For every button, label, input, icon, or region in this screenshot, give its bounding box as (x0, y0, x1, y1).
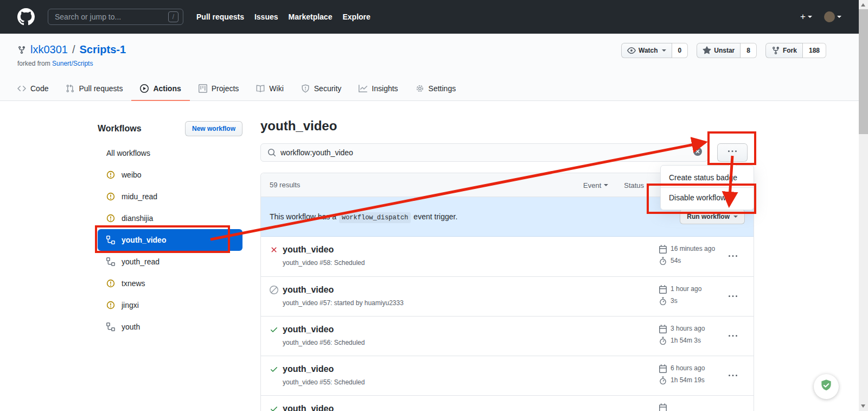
tab-actions[interactable]: Actions (131, 77, 189, 101)
star-icon (703, 46, 711, 55)
filter-event[interactable]: Event (583, 181, 608, 189)
sidebar-item-youth-video[interactable]: youth_video (98, 229, 242, 251)
caret-down-icon (837, 16, 841, 18)
stopwatch-icon (659, 376, 667, 385)
unstar-count[interactable]: 8 (741, 43, 757, 58)
sidebar-item-txnews[interactable]: txnews (98, 273, 242, 294)
fork-note-prefix: forked from (17, 60, 50, 67)
sidebar-item-midu-read[interactable]: midu_read (98, 186, 242, 207)
repo-name-link[interactable]: Scripts-1 (80, 43, 126, 56)
watch-count[interactable]: 0 (672, 43, 688, 58)
sidebar-item-all-workflows[interactable]: All workflows (98, 142, 242, 164)
tab-label: Insights (372, 84, 398, 93)
sidebar-item-youth-read[interactable]: youth_read (98, 251, 242, 273)
repo-owner-link[interactable]: lxk0301 (30, 43, 68, 56)
run-options-button[interactable] (729, 332, 737, 343)
caret-down-icon (604, 184, 608, 186)
workflow-options-button[interactable] (717, 143, 748, 162)
sidebar-item-weibo[interactable]: weibo (98, 164, 242, 186)
github-logo-icon[interactable] (17, 8, 35, 26)
scrollbar-down-icon[interactable] (861, 404, 865, 408)
tab-label: Code (30, 84, 48, 93)
header-nav: Pull requestsIssuesMarketplaceExplore (196, 12, 371, 21)
tab-code[interactable]: Code (9, 77, 57, 101)
eye-icon (627, 46, 636, 55)
run-duration: 3s (659, 296, 701, 306)
run-title-link[interactable]: youth_video (283, 403, 334, 411)
fork-button[interactable]: Fork (765, 43, 803, 58)
run-options-button[interactable] (729, 252, 737, 263)
workflows-list: All workflowsweibomidu_readdianshijiayou… (98, 142, 242, 338)
tab-settings[interactable]: Settings (407, 77, 465, 101)
watch-button[interactable]: Watch (621, 43, 672, 58)
run-options-button[interactable] (729, 371, 737, 382)
workflows-sidebar: Workflows New workflow All workflowsweib… (98, 121, 242, 338)
run-title-link[interactable]: youth_video (283, 324, 334, 336)
header-nav-marketplace[interactable]: Marketplace (289, 12, 333, 21)
stopwatch-icon (659, 297, 667, 306)
tab-projects[interactable]: Projects (190, 77, 248, 101)
run-meta: 6 hours ago1h 54m 19s (659, 364, 705, 385)
header-nav-pull-requests[interactable]: Pull requests (196, 12, 244, 21)
sidebar-item-label: txnews (122, 279, 145, 288)
run-workflow-button[interactable]: Run workflow (680, 209, 745, 224)
run-options-button[interactable] (729, 292, 737, 303)
slash-shortcut-badge: / (168, 11, 178, 22)
new-workflow-button[interactable]: New workflow (185, 121, 242, 136)
unstar-button[interactable]: Unstar (697, 43, 741, 58)
scrollbar-up-icon[interactable] (861, 3, 865, 7)
fork-source-link[interactable]: Sunert/Scripts (52, 60, 93, 67)
adguard-extension-button[interactable] (814, 374, 839, 399)
alert-icon (106, 301, 115, 309)
run-duration-text: 54s (671, 256, 681, 265)
sidebar-item-jingxi[interactable]: jingxi (98, 294, 242, 316)
run-filters: EventStatus (583, 173, 651, 197)
run-meta (659, 403, 671, 411)
sidebar-title: Workflows (98, 124, 142, 134)
watch-label: Watch (639, 47, 658, 54)
play-icon (140, 84, 149, 93)
header-nav-issues[interactable]: Issues (254, 12, 278, 21)
run-time-text: 6 hours ago (671, 364, 705, 373)
tab-pull-requests[interactable]: Pull requests (57, 77, 131, 101)
clear-filter-button[interactable] (693, 147, 702, 158)
x-circle-icon (693, 147, 702, 158)
run-duration: 54s (659, 256, 715, 265)
filter-status[interactable]: Status (624, 181, 651, 189)
sidebar-item-label: youth_video (122, 236, 166, 244)
workflow-search-row: workflow:youth_video (260, 143, 754, 162)
caret-down-icon (808, 16, 812, 18)
calendar-icon (659, 364, 667, 373)
tab-security[interactable]: Security (292, 77, 350, 101)
run-title-link[interactable]: youth_video (283, 244, 334, 256)
tab-label: Security (314, 84, 342, 93)
global-search-input[interactable]: Search or jump to... / (48, 9, 183, 25)
workflow-options-menu: Create status badgeDisable workflow (660, 165, 754, 210)
tab-insights[interactable]: Insights (350, 77, 406, 101)
user-menu-button[interactable] (824, 11, 841, 22)
run-duration-text: 1h 54m 3s (671, 336, 701, 345)
run-duration-text: 3s (671, 296, 678, 306)
cancelled-icon (270, 286, 278, 296)
workflow-filter-input[interactable]: workflow:youth_video (260, 143, 708, 162)
workflow-run-row: youth_video (261, 395, 754, 411)
sidebar-item-dianshijia[interactable]: dianshijia (98, 207, 242, 229)
plus-icon: + (800, 11, 806, 22)
browser-scrollbar[interactable] (859, 0, 868, 411)
workflow-dispatch-code: workflow_dispatch (339, 212, 411, 223)
pull-icon (66, 84, 74, 93)
header-nav-explore[interactable]: Explore (342, 12, 370, 21)
github-header: Search or jump to... / Pull requestsIssu… (0, 0, 859, 34)
alert-icon (106, 279, 115, 288)
run-title-link[interactable]: youth_video (283, 363, 334, 375)
sidebar-item-youth[interactable]: youth (98, 316, 242, 338)
tab-wiki[interactable]: Wiki (247, 77, 292, 101)
create-new-button[interactable]: + (800, 11, 812, 22)
run-title-link[interactable]: youth_video (283, 284, 334, 296)
repo-separator: / (72, 43, 75, 56)
scrollbar-thumb[interactable] (859, 9, 868, 134)
menu-item-disable-workflow[interactable]: Disable workflow (661, 187, 754, 207)
fork-count[interactable]: 188 (803, 43, 826, 58)
sidebar-header: Workflows New workflow (98, 121, 242, 137)
menu-item-create-status-badge[interactable]: Create status badge (661, 168, 754, 187)
